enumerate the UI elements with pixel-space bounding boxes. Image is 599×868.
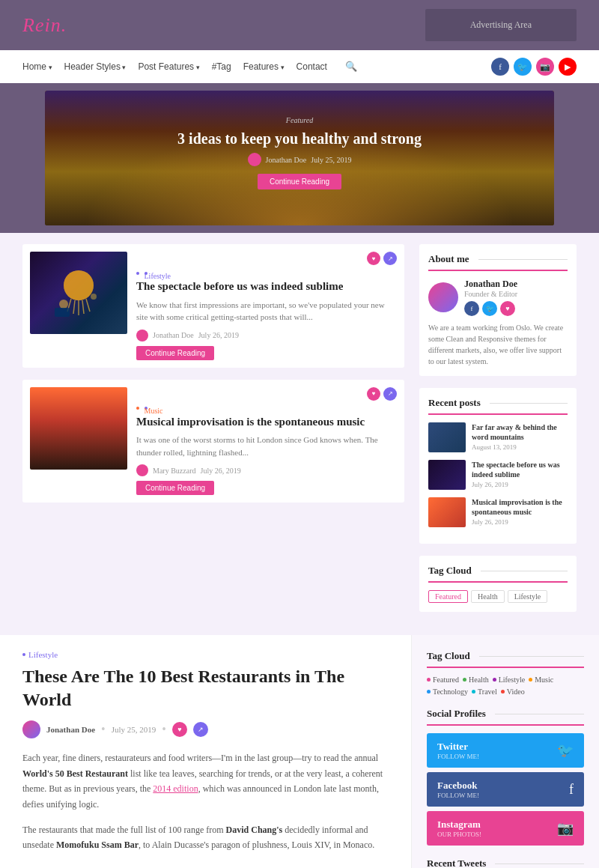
recent-post-date-1: August 13, 2019 (472, 443, 568, 451)
nav-contact[interactable]: Contact (297, 61, 327, 72)
twitter-sublabel: FOLLOW ME! (437, 753, 479, 760)
post-category-label: Lifestyle (22, 650, 389, 659)
post-paragraph-1: Each year, fine diners, restaurateurs an… (22, 750, 389, 812)
recent-tweets-title: Recent Tweets (427, 858, 584, 868)
article-excerpt-2: It was one of the worst storms to hit Lo… (136, 434, 397, 458)
post-like-button[interactable]: ♥ (172, 722, 187, 737)
instagram-label: Instagram (437, 819, 481, 831)
recent-posts-section: Recent posts Far far away & behind the w… (419, 388, 577, 544)
article-like-button-1[interactable]: ♥ (367, 252, 380, 265)
bs-tag-video[interactable]: Video (501, 688, 525, 696)
tag-cloud-title: Tag Cloud (428, 565, 568, 583)
recent-thumb-1 (428, 422, 466, 452)
about-instagram-icon[interactable]: ♥ (500, 301, 515, 316)
bottom-tag-cloud: Tag Cloud Featured Health Lifestyle Musi… (427, 650, 584, 696)
article-share-button-2[interactable]: ↗ (383, 387, 397, 401)
site-header: Rein. Advertising Area (0, 0, 599, 50)
instagram-nav-icon[interactable]: 📷 (536, 58, 554, 76)
article-thumb-2 (30, 387, 127, 470)
svg-point-8 (91, 294, 97, 300)
about-avatar (428, 282, 458, 312)
nav-post-features[interactable]: Post Features (138, 61, 199, 72)
recent-post-title-1[interactable]: Far far away & behind the word mountains (472, 422, 568, 442)
hero-meta: Jonathan Doe July 25, 2019 (177, 153, 422, 166)
post-share-button[interactable]: ↗ (193, 722, 208, 737)
about-text: We are a team working from Oslo. We crea… (428, 322, 568, 367)
category-dot-2 (136, 407, 139, 410)
tag-cloud-section: Tag Cloud Featured Health Lifestyle (419, 556, 577, 612)
nav-tag[interactable]: #Tag (212, 61, 231, 72)
svg-point-1 (64, 270, 94, 300)
recent-post-title-3[interactable]: Musical improvisation is the spontaneous… (472, 497, 568, 517)
hero-title: 3 ideas to keep you healthy and strong (177, 129, 422, 148)
jellyfish-illustration (49, 263, 109, 323)
bs-tag-health[interactable]: Health (463, 676, 489, 684)
recent-tweets-section: Recent Tweets 🐦 Here are five prediction… (427, 858, 584, 868)
read-more-button-1[interactable]: Continue Reading (136, 346, 214, 360)
about-facebook-icon[interactable]: f (464, 301, 479, 316)
svg-line-6 (86, 299, 90, 312)
instagram-sublabel: OUR PHOTOS! (437, 831, 481, 838)
recent-post-2: The spectacle before us was indeed subli… (428, 460, 568, 490)
bs-tag-technology[interactable]: Technology (427, 688, 468, 696)
twitter-profile-button[interactable]: Twitter FOLLOW ME! 🐦 (427, 733, 584, 768)
bs-tag-travel[interactable]: Travel (472, 688, 497, 696)
article-share-button-1[interactable]: ↗ (383, 252, 397, 265)
social-profiles-section: Social Profiles Twitter FOLLOW ME! 🐦 Fac… (427, 708, 584, 846)
post-subheading-1: 1. Noma, (Copenhagen, Denmark). Cost of … (22, 865, 389, 868)
twitter-nav-icon[interactable]: 🐦 (514, 58, 532, 76)
post-meta: Jonathan Doe • July 25, 2019 • ♥ ↗ (22, 720, 389, 738)
instagram-icon: 📷 (557, 820, 574, 837)
facebook-icon: f (569, 782, 574, 798)
recent-thumb-2 (428, 460, 466, 490)
article-author-avatar-1 (136, 330, 148, 342)
category-label-2: Music (145, 407, 148, 410)
recent-thumb-3 (428, 497, 466, 527)
article-content-2: ♥ ↗ Music Musical improvisation is the s… (136, 387, 397, 496)
post-strong-1: World's 50 Best Restaurant (22, 768, 128, 779)
article-meta-2: Mary Buzzard July 26, 2019 (136, 464, 397, 476)
read-more-button-2[interactable]: Continue Reading (136, 481, 214, 495)
recent-post-3: Musical improvisation is the spontaneous… (428, 497, 568, 527)
bottom-sidebar: Tag Cloud Featured Health Lifestyle Musi… (412, 635, 599, 868)
search-icon[interactable]: 🔍 (345, 61, 357, 73)
about-twitter-icon[interactable]: 🐦 (482, 301, 497, 316)
svg-line-5 (82, 300, 84, 314)
bs-tag-lifestyle[interactable]: Lifestyle (493, 676, 526, 684)
recent-posts-title: Recent posts (428, 397, 568, 415)
main-column-top: ♥ ↗ Lifestyle The spectacle before us wa… (22, 244, 419, 624)
article-like-button-2[interactable]: ♥ (367, 387, 380, 401)
instagram-profile-button[interactable]: Instagram OUR PHOTOS! 📷 (427, 811, 584, 846)
bs-tag-music[interactable]: Music (529, 676, 553, 684)
bottom-tag-cloud-title: Tag Cloud (427, 650, 584, 668)
post-strong-2: David Chang's (226, 825, 283, 835)
recent-post-title-2[interactable]: The spectacle before us was indeed subli… (472, 460, 568, 479)
facebook-nav-icon[interactable]: f (491, 58, 509, 76)
facebook-profile-button[interactable]: Facebook FOLLOW ME! f (427, 772, 584, 807)
nav-header-styles[interactable]: Header Styles (64, 61, 127, 72)
top-sidebar: About me Jonathan Doe Founder & Editor f… (419, 244, 577, 624)
hero-continue-reading-button[interactable]: Continue Reading (258, 174, 341, 189)
about-role: Founder & Editor (464, 290, 517, 298)
hero-date: July 25, 2019 (311, 156, 351, 164)
post-author-name: Jonathan Doe (46, 725, 95, 734)
nav-features[interactable]: Features (243, 61, 285, 72)
category-dot-1 (136, 272, 139, 275)
site-logo[interactable]: Rein. (22, 14, 67, 37)
nav-home[interactable]: Home (22, 61, 52, 72)
tag-health[interactable]: Health (471, 590, 505, 603)
article-date-1: July 26, 2019 (198, 331, 239, 339)
bs-tag-featured[interactable]: Featured (427, 676, 459, 684)
logo-dot: . (61, 14, 67, 36)
lifestyle-thumb-image (30, 252, 127, 334)
tag-lifestyle[interactable]: Lifestyle (508, 590, 548, 603)
svg-point-7 (59, 300, 68, 309)
tag-featured[interactable]: Featured (428, 590, 468, 603)
post-main-content: Lifestyle These Are The 10 Best Restaura… (0, 635, 412, 868)
youtube-nav-icon[interactable]: ▶ (559, 58, 577, 76)
about-author-info: Jonathan Doe Founder & Editor f 🐦 ♥ (464, 279, 517, 316)
article-content-1: ♥ ↗ Lifestyle The spectacle before us wa… (136, 252, 397, 360)
post-link-2014[interactable]: 2014 edition (153, 783, 198, 794)
article-card-2: ♥ ↗ Music Musical improvisation is the s… (22, 380, 404, 503)
nav-social-icons: f 🐦 📷 ▶ (491, 58, 577, 76)
